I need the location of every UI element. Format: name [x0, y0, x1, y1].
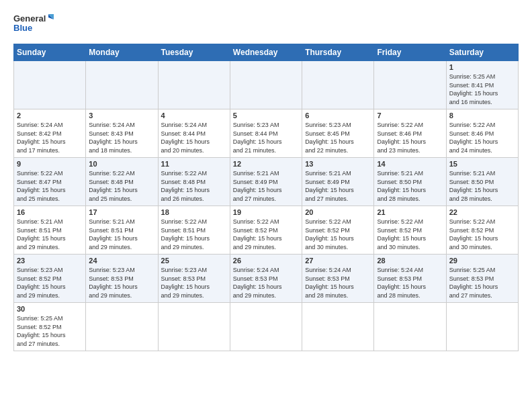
day-info: Sunrise: 5:24 AM Sunset: 8:53 PM Dayligh… — [233, 266, 299, 300]
calendar-cell: 29Sunrise: 5:25 AM Sunset: 8:53 PM Dayli… — [446, 255, 518, 303]
day-number: 22 — [449, 208, 515, 216]
day-info: Sunrise: 5:22 AM Sunset: 8:47 PM Dayligh… — [17, 169, 83, 203]
day-number: 28 — [377, 257, 443, 265]
weekday-header-row: SundayMondayTuesdayWednesdayThursdayFrid… — [14, 44, 519, 61]
day-number: 30 — [17, 305, 83, 313]
weekday-header-monday: Monday — [86, 44, 158, 61]
calendar-cell — [302, 61, 374, 109]
calendar-cell: 12Sunrise: 5:21 AM Sunset: 8:49 PM Dayli… — [230, 158, 302, 206]
calendar-week-row: 9Sunrise: 5:22 AM Sunset: 8:47 PM Daylig… — [14, 158, 519, 206]
day-number: 20 — [305, 208, 371, 216]
day-number: 16 — [17, 208, 83, 216]
day-number: 21 — [377, 208, 443, 216]
calendar-cell: 14Sunrise: 5:21 AM Sunset: 8:50 PM Dayli… — [374, 158, 446, 206]
day-number: 5 — [233, 111, 299, 120]
day-info: Sunrise: 5:21 AM Sunset: 8:50 PM Dayligh… — [449, 169, 515, 203]
day-number: 19 — [233, 208, 299, 216]
calendar-week-row: 30Sunrise: 5:25 AM Sunset: 8:52 PM Dayli… — [14, 303, 519, 351]
calendar-cell: 16Sunrise: 5:21 AM Sunset: 8:51 PM Dayli… — [14, 206, 86, 255]
day-number: 13 — [305, 160, 371, 168]
day-number: 23 — [17, 257, 83, 265]
calendar-cell: 20Sunrise: 5:22 AM Sunset: 8:52 PM Dayli… — [302, 206, 374, 255]
day-info: Sunrise: 5:24 AM Sunset: 8:53 PM Dayligh… — [377, 266, 443, 300]
calendar-cell — [374, 61, 446, 109]
weekday-header-thursday: Thursday — [302, 44, 374, 61]
day-number: 3 — [89, 111, 154, 120]
calendar-cell: 25Sunrise: 5:23 AM Sunset: 8:53 PM Dayli… — [158, 255, 230, 303]
day-info: Sunrise: 5:21 AM Sunset: 8:49 PM Dayligh… — [233, 169, 299, 203]
day-info: Sunrise: 5:24 AM Sunset: 8:43 PM Dayligh… — [89, 121, 154, 154]
calendar-cell — [230, 61, 302, 109]
calendar-week-row: 23Sunrise: 5:23 AM Sunset: 8:52 PM Dayli… — [14, 255, 519, 303]
calendar-cell: 27Sunrise: 5:24 AM Sunset: 8:53 PM Dayli… — [302, 255, 374, 303]
day-info: Sunrise: 5:23 AM Sunset: 8:52 PM Dayligh… — [17, 266, 83, 300]
day-number: 6 — [305, 111, 371, 120]
day-number: 4 — [161, 111, 227, 120]
calendar-week-row: 16Sunrise: 5:21 AM Sunset: 8:51 PM Dayli… — [14, 206, 519, 255]
day-info: Sunrise: 5:21 AM Sunset: 8:51 PM Dayligh… — [17, 218, 83, 251]
day-number: 12 — [233, 160, 299, 168]
calendar-cell: 1Sunrise: 5:25 AM Sunset: 8:41 PM Daylig… — [446, 61, 518, 109]
calendar-cell: 18Sunrise: 5:22 AM Sunset: 8:51 PM Dayli… — [158, 206, 230, 255]
day-number: 15 — [449, 160, 515, 168]
day-info: Sunrise: 5:22 AM Sunset: 8:52 PM Dayligh… — [377, 218, 443, 251]
day-number: 10 — [89, 160, 154, 168]
calendar-cell: 19Sunrise: 5:22 AM Sunset: 8:52 PM Dayli… — [230, 206, 302, 255]
day-info: Sunrise: 5:23 AM Sunset: 8:45 PM Dayligh… — [305, 121, 371, 154]
day-number: 26 — [233, 257, 299, 265]
day-number: 1 — [449, 63, 515, 71]
calendar-week-row: 2Sunrise: 5:24 AM Sunset: 8:42 PM Daylig… — [14, 109, 519, 158]
day-number: 17 — [89, 208, 154, 216]
weekday-header-wednesday: Wednesday — [230, 44, 302, 61]
weekday-header-sunday: Sunday — [14, 44, 86, 61]
day-number: 29 — [449, 257, 515, 265]
calendar-cell: 11Sunrise: 5:22 AM Sunset: 8:48 PM Dayli… — [158, 158, 230, 206]
calendar-cell: 13Sunrise: 5:21 AM Sunset: 8:49 PM Dayli… — [302, 158, 374, 206]
day-number: 14 — [377, 160, 443, 168]
calendar-cell: 17Sunrise: 5:21 AM Sunset: 8:51 PM Dayli… — [86, 206, 158, 255]
calendar-cell — [14, 61, 86, 109]
day-info: Sunrise: 5:23 AM Sunset: 8:53 PM Dayligh… — [89, 266, 154, 300]
logo: General Blue — [13, 11, 54, 41]
day-info: Sunrise: 5:24 AM Sunset: 8:44 PM Dayligh… — [161, 121, 227, 154]
day-info: Sunrise: 5:22 AM Sunset: 8:48 PM Dayligh… — [89, 169, 154, 203]
day-info: Sunrise: 5:24 AM Sunset: 8:42 PM Dayligh… — [17, 121, 83, 154]
calendar-table: SundayMondayTuesdayWednesdayThursdayFrid… — [13, 44, 519, 351]
calendar-cell: 21Sunrise: 5:22 AM Sunset: 8:52 PM Dayli… — [374, 206, 446, 255]
calendar-cell — [158, 61, 230, 109]
day-number: 25 — [161, 257, 227, 265]
calendar-cell — [158, 303, 230, 351]
day-info: Sunrise: 5:23 AM Sunset: 8:44 PM Dayligh… — [233, 121, 299, 154]
calendar-cell: 8Sunrise: 5:22 AM Sunset: 8:46 PM Daylig… — [446, 109, 518, 158]
calendar-cell — [446, 303, 518, 351]
calendar-cell: 6Sunrise: 5:23 AM Sunset: 8:45 PM Daylig… — [302, 109, 374, 158]
day-number: 2 — [17, 111, 83, 120]
day-info: Sunrise: 5:22 AM Sunset: 8:52 PM Dayligh… — [449, 218, 515, 251]
day-number: 27 — [305, 257, 371, 265]
day-info: Sunrise: 5:22 AM Sunset: 8:46 PM Dayligh… — [377, 121, 443, 154]
calendar-cell: 9Sunrise: 5:22 AM Sunset: 8:47 PM Daylig… — [14, 158, 86, 206]
calendar-cell — [374, 303, 446, 351]
calendar-cell: 28Sunrise: 5:24 AM Sunset: 8:53 PM Dayli… — [374, 255, 446, 303]
svg-text:General: General — [13, 13, 46, 24]
svg-text:Blue: Blue — [13, 23, 32, 33]
day-info: Sunrise: 5:25 AM Sunset: 8:53 PM Dayligh… — [449, 266, 515, 300]
calendar-cell: 2Sunrise: 5:24 AM Sunset: 8:42 PM Daylig… — [14, 109, 86, 158]
calendar-cell: 15Sunrise: 5:21 AM Sunset: 8:50 PM Dayli… — [446, 158, 518, 206]
day-info: Sunrise: 5:22 AM Sunset: 8:46 PM Dayligh… — [449, 121, 515, 154]
calendar-cell — [302, 303, 374, 351]
day-info: Sunrise: 5:22 AM Sunset: 8:52 PM Dayligh… — [233, 218, 299, 251]
calendar-cell: 24Sunrise: 5:23 AM Sunset: 8:53 PM Dayli… — [86, 255, 158, 303]
calendar-cell: 5Sunrise: 5:23 AM Sunset: 8:44 PM Daylig… — [230, 109, 302, 158]
calendar-cell: 4Sunrise: 5:24 AM Sunset: 8:44 PM Daylig… — [158, 109, 230, 158]
weekday-header-saturday: Saturday — [446, 44, 518, 61]
day-info: Sunrise: 5:23 AM Sunset: 8:53 PM Dayligh… — [161, 266, 227, 300]
day-info: Sunrise: 5:21 AM Sunset: 8:50 PM Dayligh… — [377, 169, 443, 203]
header-area: General Blue — [13, 11, 519, 41]
day-number: 24 — [89, 257, 154, 265]
day-info: Sunrise: 5:21 AM Sunset: 8:51 PM Dayligh… — [89, 218, 154, 251]
day-info: Sunrise: 5:21 AM Sunset: 8:49 PM Dayligh… — [305, 169, 371, 203]
calendar-cell: 30Sunrise: 5:25 AM Sunset: 8:52 PM Dayli… — [14, 303, 86, 351]
day-number: 11 — [161, 160, 227, 168]
calendar-week-row: 1Sunrise: 5:25 AM Sunset: 8:41 PM Daylig… — [14, 61, 519, 109]
